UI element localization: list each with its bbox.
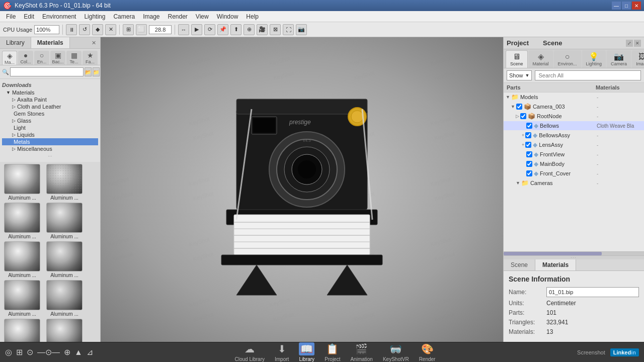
menu-environment[interactable]: Environment	[38, 12, 80, 21]
materials-tab[interactable]: Materials	[31, 37, 70, 48]
mat-item-3[interactable]: Aluminum ...	[2, 203, 42, 239]
mat-item-7[interactable]: Aluminum ...	[2, 280, 42, 317]
upload-bottom-icon[interactable]: ▲	[74, 348, 83, 357]
tree-row-cameras[interactable]: ▼ 📁 Cameras -	[504, 178, 644, 188]
nav-keyshotvr[interactable]: 🥽 KeyShotVR	[383, 342, 409, 362]
export-button[interactable]: ⬆	[230, 24, 242, 35]
folder-open-button[interactable]: 📂	[85, 67, 92, 76]
bottom-tab-scene[interactable]: Scene	[504, 259, 535, 270]
close-button[interactable]: ✕	[632, 2, 641, 10]
viewport[interactable]: KeyShot KeyShot	[101, 37, 503, 342]
menu-file[interactable]: File	[2, 12, 20, 21]
tree-item-gem[interactable]: Gem Stones	[2, 110, 98, 117]
tree-item-misc[interactable]: ▷ Miscellaneous	[2, 145, 98, 152]
tree-item-glass[interactable]: ▷ Glass	[2, 117, 98, 124]
render-button[interactable]: ⊠	[270, 24, 281, 35]
tree-item-metals[interactable]: Metals	[2, 138, 98, 145]
rp-tab-image[interactable]: 🖼 Image	[632, 50, 644, 68]
lib-tab-environments[interactable]: ○ En...	[34, 51, 49, 65]
rp-tab-lighting[interactable]: 💡 Lighting	[582, 50, 606, 68]
pause-button[interactable]: ⏸	[66, 24, 77, 35]
loop-button[interactable]: ⟳	[204, 24, 215, 35]
tree-check-rootnode[interactable]	[520, 113, 526, 119]
tree-check-frontcover[interactable]	[526, 170, 532, 176]
menu-view[interactable]: View	[192, 12, 213, 21]
tree-row-models[interactable]: ▼ 📁 Models -	[504, 93, 644, 102]
rp-expand-button[interactable]: ⤢	[626, 40, 633, 47]
mat-item-1[interactable]: Aluminum ...	[2, 164, 42, 201]
tree-row-mainbody[interactable]: ▷ ◆ MainBody -	[504, 159, 644, 169]
mat-item-2[interactable]: Aluminum ...	[44, 164, 85, 201]
tree-row-bellowsassy[interactable]: + ◆ BellowsAssy -	[504, 131, 644, 140]
menu-help[interactable]: Help	[242, 12, 263, 21]
nav-render[interactable]: 🎨 Render	[419, 342, 436, 362]
plus-bottom-icon[interactable]: ⊕	[64, 347, 70, 357]
tree-row-lensassy[interactable]: + ◆ LensAssy -	[504, 140, 644, 150]
nav-cloud-library[interactable]: ☁ Cloud Library	[235, 342, 265, 362]
fullscreen-button[interactable]: ⛶	[283, 24, 294, 35]
tree-item-axalta[interactable]: ▷ Axalta Paint	[2, 96, 98, 103]
slider-bottom-icon[interactable]: —⊙—	[37, 347, 60, 357]
mat-item-4[interactable]: Aluminum ...	[44, 203, 85, 239]
si-name-input[interactable]	[546, 287, 639, 297]
layers-button[interactable]: ⊕	[244, 24, 255, 35]
tree-item-materials[interactable]: ▼ Materials	[2, 89, 98, 96]
tree-row-frontview[interactable]: ▷ ◆ FrontView -	[504, 150, 644, 159]
tree-item-light[interactable]: Light	[2, 124, 98, 131]
cloud-bottom-icon[interactable]: ◎	[5, 347, 12, 357]
grid-button[interactable]: ⊞	[123, 24, 134, 35]
frame-input[interactable]	[149, 25, 172, 34]
tree-check-camera003[interactable]	[516, 104, 522, 110]
play-button[interactable]: ▶	[191, 24, 202, 35]
mat-item-6[interactable]: Aluminum ...	[44, 241, 85, 278]
camera-tool-button[interactable]: 🎥	[257, 24, 268, 35]
lib-tab-colors[interactable]: ● Col...	[18, 51, 33, 65]
tree-check-frontview[interactable]	[526, 151, 532, 157]
menu-lighting[interactable]: Lighting	[80, 12, 109, 21]
mode-button[interactable]: ◆	[92, 24, 103, 35]
tree-row-camera003[interactable]: ▼ 📦 Camera_003 -	[504, 102, 644, 112]
pin-button[interactable]: 📌	[217, 24, 228, 35]
dot-bottom-icon[interactable]: ⊙	[27, 347, 33, 357]
lib-search-input[interactable]	[10, 67, 84, 76]
mat-item-5[interactable]: Aluminum ...	[2, 241, 42, 278]
stop-button[interactable]: ✕	[105, 24, 116, 35]
maximize-button[interactable]: □	[622, 2, 631, 10]
panel-close-button[interactable]: ✕	[88, 38, 100, 48]
refresh-button[interactable]: ↺	[79, 24, 90, 35]
menu-camera[interactable]: Camera	[109, 12, 139, 21]
menu-edit[interactable]: Edit	[20, 12, 38, 21]
folder-add-button[interactable]: 📁	[93, 67, 100, 76]
tree-check-bellows[interactable]	[526, 123, 532, 129]
cpu-value-input[interactable]	[34, 25, 59, 34]
rp-tab-environment[interactable]: ○ Environ...	[554, 50, 581, 68]
lib-tab-textures[interactable]: ▦ Te...	[66, 51, 82, 65]
bottom-tab-materials[interactable]: Materials	[535, 259, 576, 270]
lib-tab-materials[interactable]: ◈ Ma...	[2, 51, 17, 65]
flag-bottom-icon[interactable]: ⊿	[87, 347, 93, 357]
nav-library[interactable]: 📖 Library	[299, 342, 314, 362]
tree-row-bellows[interactable]: ▷ ◆ Bellows Cloth Weave Bla	[504, 121, 644, 131]
mat-item-10[interactable]: Aluminum ...	[44, 319, 85, 342]
minimize-button[interactable]: —	[612, 2, 621, 10]
transform-button[interactable]: ↔	[178, 24, 189, 35]
nav-animation[interactable]: 🎬 Animation	[350, 342, 372, 362]
rp-tab-camera[interactable]: 📷 Camera	[607, 50, 631, 68]
lib-tab-favorites[interactable]: ★ Fa...	[83, 51, 98, 65]
tree-row-frontcover[interactable]: ▷ ◆ Front_Cover -	[504, 169, 644, 178]
rp-tab-scene[interactable]: 🖥 Scene	[506, 50, 528, 68]
mat-item-8[interactable]: Aluminum ...	[44, 280, 85, 317]
scene-search-input[interactable]	[535, 70, 641, 80]
scrollbar-thumb[interactable]	[504, 252, 602, 255]
show-dropdown[interactable]: Show ▼	[507, 70, 532, 80]
tree-check-lensassy[interactable]	[525, 142, 531, 148]
lib-tab-backplates[interactable]: ▣ Bac...	[50, 51, 65, 65]
tree-item-liquids[interactable]: ▷ Liquids	[2, 131, 98, 138]
nav-import[interactable]: ⬇ Import	[275, 342, 289, 362]
menu-window[interactable]: Window	[213, 12, 243, 21]
mat-item-9[interactable]: Aluminum ...	[2, 319, 42, 342]
menu-render[interactable]: Render	[164, 12, 192, 21]
rp-tab-material[interactable]: ◈ Material	[529, 50, 553, 68]
outline-button[interactable]: ⬜	[136, 24, 147, 35]
tree-check-mainbody[interactable]	[526, 161, 532, 167]
